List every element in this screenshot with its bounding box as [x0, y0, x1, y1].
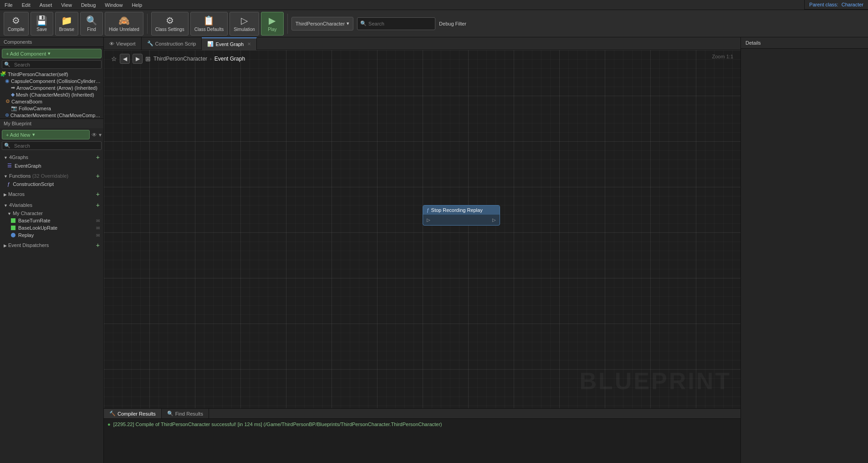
- eventgraph-item[interactable]: ☰ EventGraph: [0, 162, 103, 170]
- tab-construction-script[interactable]: 🔧 Construction Scrip: [142, 37, 202, 50]
- menu-window[interactable]: Window: [103, 1, 124, 9]
- play-icon: ▶: [269, 15, 276, 26]
- add-component-button[interactable]: + Add Component ▾: [2, 49, 102, 58]
- capsule-icon: ◉: [5, 78, 10, 84]
- simulation-label: Simulation: [234, 27, 255, 32]
- construction-tab-label: Construction Scrip: [155, 41, 196, 46]
- self-label: ThirdPersonCharacter(self): [8, 72, 68, 77]
- tree-item-capsule[interactable]: ◉ CapsuleComponent (CollisionCylinder) (…: [0, 77, 103, 84]
- save-button[interactable]: 💾 Save: [31, 12, 53, 36]
- self-icon: 🧩: [0, 71, 6, 77]
- class-defaults-button[interactable]: 📋 Class Defaults: [190, 12, 228, 36]
- blueprint-canvas[interactable]: ☆ ◀ ▶ ⊞ ThirdPersonCharacter › Event Gra…: [104, 50, 740, 408]
- menu-edit[interactable]: Edit: [20, 1, 32, 9]
- debug-character-dropdown[interactable]: ThirdPersonCharacter ▾: [291, 17, 353, 31]
- event-graph-tab-icon: 📊: [207, 41, 214, 47]
- functions-header[interactable]: ▼Functions (32 Overridable) +: [0, 171, 103, 180]
- functions-add-button[interactable]: +: [96, 172, 100, 180]
- mesh-icon: ◆: [11, 92, 15, 98]
- details-content: [741, 49, 868, 463]
- followcamera-icon: 📷: [11, 105, 17, 111]
- tab-viewport[interactable]: 👁 Viewport: [104, 37, 142, 50]
- macros-add-button[interactable]: +: [96, 190, 100, 198]
- menu-asset[interactable]: Asset: [38, 1, 54, 9]
- favorite-star-icon[interactable]: ☆: [111, 55, 117, 62]
- event-dispatchers-header[interactable]: ▶Event Dispatchers +: [0, 241, 103, 250]
- variables-header[interactable]: ▼4Variables +: [0, 201, 103, 210]
- menu-help[interactable]: Help: [130, 1, 144, 9]
- forward-button[interactable]: ▶: [133, 54, 143, 64]
- dispatchers-chevron-icon: ▶: [4, 243, 7, 248]
- bp-search-bar[interactable]: 🔍: [2, 141, 102, 150]
- variable-replay[interactable]: Replay ✉: [0, 232, 103, 239]
- breadcrumb-root[interactable]: ThirdPersonCharacter: [153, 56, 207, 62]
- input-pin-arrow-icon: ▷: [427, 217, 430, 222]
- browse-button[interactable]: 📁 Browse: [55, 12, 78, 36]
- tree-item-followcamera[interactable]: 📷 FollowCamera: [0, 105, 103, 112]
- menu-debug[interactable]: Debug: [79, 1, 97, 9]
- play-button[interactable]: ▶ Play: [261, 12, 284, 36]
- compiler-results-tab[interactable]: 🔨 Compiler Results: [104, 409, 162, 418]
- details-title: Details: [745, 40, 761, 46]
- add-new-button[interactable]: + Add New ▾: [2, 130, 90, 139]
- cameraboom-icon: ⚙: [5, 98, 10, 104]
- debug-filter-input[interactable]: [368, 21, 432, 26]
- tree-item-cameraboom[interactable]: ⚙ CameraBoom: [0, 98, 103, 105]
- class-settings-button[interactable]: ⚙ Class Settings: [151, 12, 189, 36]
- canvas-grid: [104, 50, 740, 408]
- capsule-label: CapsuleComponent (CollisionCylinder) (In…: [11, 78, 102, 84]
- components-title: Components: [4, 39, 32, 45]
- tree-item-charmovement[interactable]: ⊕ CharacterMovement (CharMoveComp) (Inhe…: [0, 112, 103, 118]
- simulation-button[interactable]: ▷ Simulation: [230, 12, 259, 36]
- tab-event-graph[interactable]: 📊 Event Graph ✕: [202, 37, 257, 50]
- filter-icon[interactable]: ▾: [99, 132, 102, 138]
- node-input-pin[interactable]: ▷: [427, 217, 430, 222]
- visibility-icon[interactable]: 👁: [92, 132, 97, 138]
- graphs-chevron-icon: ▼: [4, 155, 8, 160]
- details-header: Details: [741, 37, 868, 49]
- dispatchers-add-button[interactable]: +: [96, 242, 100, 249]
- node-function-icon: ƒ: [427, 208, 429, 213]
- tree-item-arrow[interactable]: ➡ ArrowComponent (Arrow) (Inherited): [0, 84, 103, 91]
- menu-file[interactable]: File: [3, 1, 15, 9]
- constructionscript-item[interactable]: ƒ ConstructionScript: [0, 180, 103, 188]
- find-label: Find: [87, 27, 96, 32]
- functions-count: (32 Overridable): [32, 173, 68, 179]
- event-dispatchers-title: Event Dispatchers: [8, 242, 49, 248]
- replay-color-icon: [11, 233, 15, 237]
- variable-baseturnrate[interactable]: BaseTurnRate ✉: [0, 217, 103, 224]
- node-label: Stop Recording Replay: [431, 207, 483, 213]
- log-entry: ● [2295.22] Compile of ThirdPersonCharac…: [107, 422, 737, 427]
- variable-baselookuprate[interactable]: BaseLookUpRate ✉: [0, 224, 103, 232]
- followcamera-label: FollowCamera: [19, 106, 51, 111]
- hide-unrelated-button[interactable]: 🙈 Hide Unrelated: [105, 12, 143, 36]
- find-results-tab[interactable]: 🔍 Find Results: [162, 409, 209, 418]
- tree-item-self[interactable]: 🧩 ThirdPersonCharacter(self): [0, 71, 103, 77]
- tab-close-icon[interactable]: ✕: [247, 41, 251, 46]
- construction-tab-icon: 🔧: [147, 41, 153, 46]
- components-search[interactable]: 🔍: [2, 60, 102, 69]
- graphs-add-button[interactable]: +: [96, 154, 100, 161]
- components-search-input[interactable]: [12, 61, 101, 68]
- node-output-pin[interactable]: ▷: [492, 217, 496, 222]
- bp-search-input[interactable]: [12, 142, 101, 149]
- component-tree: 🧩 ThirdPersonCharacter(self) ◉ CapsuleCo…: [0, 71, 103, 118]
- compile-button[interactable]: ⚙ Compile: [4, 12, 29, 36]
- baselookuprate-mail-icon: ✉: [96, 226, 100, 231]
- debug-filter-search[interactable]: 🔍: [357, 17, 435, 30]
- baselookuprate-label: BaseLookUpRate: [18, 225, 57, 231]
- graphs-subsection: ▼4Graphs + ☰ EventGraph: [0, 152, 103, 170]
- mycharacter-group-header[interactable]: ▼My Character: [0, 210, 103, 217]
- charmovement-icon: ⊕: [5, 112, 9, 118]
- viewport-tab-label: Viewport: [116, 41, 136, 46]
- tree-item-mesh[interactable]: ◆ Mesh (CharacterMesh0) (Inherited): [0, 91, 103, 98]
- menu-view[interactable]: View: [59, 1, 74, 9]
- add-component-dropdown-icon: ▾: [48, 51, 51, 57]
- variables-add-button[interactable]: +: [96, 201, 100, 209]
- find-button[interactable]: 🔍 Find: [80, 12, 103, 36]
- graphs-header[interactable]: ▼4Graphs +: [0, 153, 103, 162]
- stop-recording-replay-node[interactable]: ƒ Stop Recording Replay ▷ ▷: [423, 205, 500, 226]
- back-button[interactable]: ◀: [120, 54, 130, 64]
- macros-header[interactable]: ▶Macros +: [0, 190, 103, 199]
- zoom-label: Zoom 1:1: [712, 54, 733, 59]
